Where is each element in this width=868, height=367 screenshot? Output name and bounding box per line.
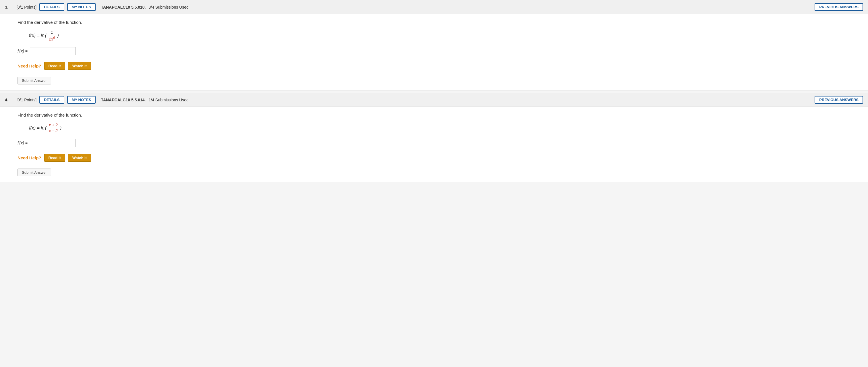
problem-4-header: 4. [0/1 Points] DETAILS MY NOTES TANAPCA… [0,93,868,107]
problem-4-watch-it-button[interactable]: Watch It [68,154,91,162]
problem-3-points: [0/1 Points] [17,5,36,9]
problem-4-submissions: 1/4 Submissions Used [149,98,189,102]
problem-3-answer-row: f′(x) = [18,47,856,55]
problem-3-details-button[interactable]: DETAILS [39,3,64,11]
problem-3-prev-answers-button[interactable]: PREVIOUS ANSWERS [815,3,863,11]
problem-4-function: f(x) = ln ( x + 2 x − 2 ) [18,123,856,133]
problem-4-notes-button[interactable]: MY NOTES [67,96,96,104]
problem-4-answer-row: f′(x) = [18,139,856,147]
problem-4-submit-button[interactable]: Submit Answer [18,169,51,176]
problem-3-function: f(x) = ln ( 1 2x6 ) [18,30,856,41]
problem-3-header: 3. [0/1 Points] DETAILS MY NOTES TANAPCA… [0,0,868,14]
problem-3-code: TANAPCALC10 5.5.010. [101,5,146,9]
problem-3-submit-button[interactable]: Submit Answer [18,77,51,85]
problem-3-numerator: 1 [50,30,54,35]
problem-3-answer-input[interactable] [30,47,76,55]
problem-3-notes-button[interactable]: MY NOTES [67,3,96,11]
problem-3-need-help-label: Need Help? [18,63,41,68]
problem-4-close-paren: ) [60,125,61,131]
problem-4-need-help-label: Need Help? [18,155,41,160]
problem-4-number: 4. [5,97,13,102]
problem-4-body: Find the derivative of the function. f(x… [0,107,868,182]
problem-4: 4. [0/1 Points] DETAILS MY NOTES TANAPCA… [0,93,868,182]
problem-3: 3. [0/1 Points] DETAILS MY NOTES TANAPCA… [0,0,868,90]
problem-3-need-help-row: Need Help? Read It Watch It [18,62,856,70]
problem-3-number: 3. [5,5,13,9]
problem-3-math: f(x) = ln ( 1 2x6 ) [29,30,59,41]
problem-4-prev-answers-button[interactable]: PREVIOUS ANSWERS [815,96,863,104]
problem-4-math: f(x) = ln ( x + 2 x − 2 ) [29,123,61,133]
problem-3-denominator: 2x6 [48,35,56,41]
problem-4-submit-row: Submit Answer [18,169,856,176]
problem-4-instruction: Find the derivative of the function. [18,113,856,118]
problem-4-answer-prefix: f′(x) = [18,141,28,145]
problem-4-need-help-row: Need Help? Read It Watch It [18,154,856,162]
problem-3-submissions: 3/4 Submissions Used [149,5,189,9]
problem-4-open-paren: ( [45,125,46,131]
problem-4-points: [0/1 Points] [17,98,36,102]
problem-4-denominator: x − 2 [48,128,59,133]
problem-3-read-it-button[interactable]: Read It [44,62,65,70]
problem-3-answer-prefix: f′(x) = [18,49,28,53]
problem-3-close-paren: ) [57,33,59,38]
problem-4-answer-input[interactable] [30,139,76,147]
problem-4-fx: f(x) = ln [29,125,44,131]
problem-4-numerator: x + 2 [48,123,59,128]
problem-3-open-paren: ( [45,33,46,38]
problem-4-read-it-button[interactable]: Read It [44,154,65,162]
problem-4-fraction: x + 2 x − 2 [48,123,59,133]
problem-3-body: Find the derivative of the function. f(x… [0,14,868,90]
problem-4-code: TANAPCALC10 5.5.014. [101,98,146,102]
problem-3-instruction: Find the derivative of the function. [18,20,856,25]
problem-4-details-button[interactable]: DETAILS [39,96,64,104]
problem-3-watch-it-button[interactable]: Watch It [68,62,91,70]
problem-3-submit-row: Submit Answer [18,77,856,85]
problem-3-fx: f(x) = ln [29,33,44,38]
problem-3-fraction: 1 2x6 [48,30,56,41]
